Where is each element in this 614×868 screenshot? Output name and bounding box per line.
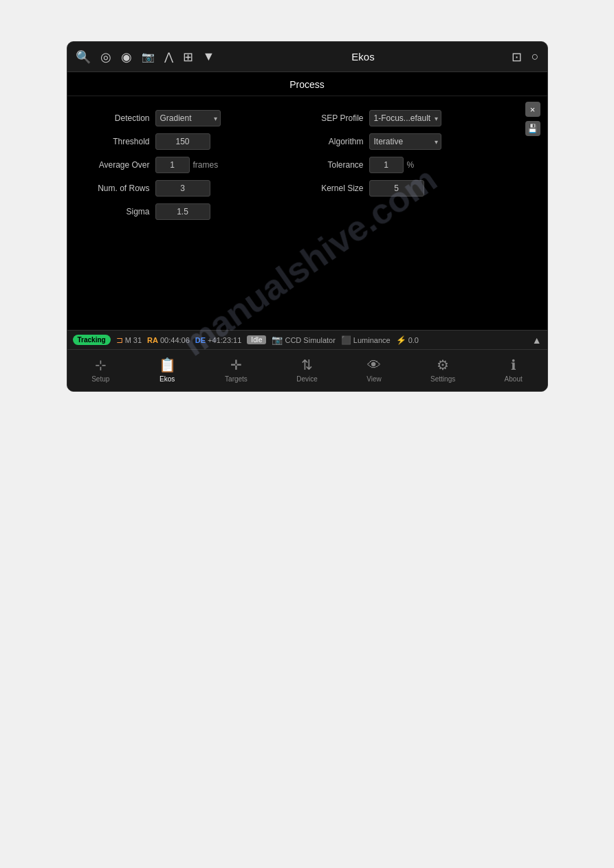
bolt-value: 0.0 xyxy=(408,336,419,344)
box-icon[interactable]: ⊞ xyxy=(183,49,193,65)
num-rows-label: Num. of Rows xyxy=(88,183,150,193)
setup-icon: ⊹ xyxy=(95,357,107,373)
app-container: 🔍 ◎ ◉ 📷 ⋀ ⊞ ▼ Ekos ⊡ ○ Process × 💾 xyxy=(67,41,548,392)
sep-profile-label: SEP Profile xyxy=(314,113,364,123)
settings-label: Settings xyxy=(430,375,455,383)
compass-icon[interactable]: ◉ xyxy=(121,49,132,65)
algorithm-select[interactable]: Iterative Linear Polynomial xyxy=(369,133,441,150)
camera-icon[interactable]: 📷 xyxy=(142,51,155,63)
tolerance-row: Tolerance % xyxy=(314,157,527,173)
form-grid: Detection Gradient SEP Centroid Threshol… xyxy=(88,107,527,220)
process-section-header: Process xyxy=(67,72,547,96)
tolerance-input[interactable] xyxy=(369,157,404,173)
ekos-icon: 📋 xyxy=(159,357,176,373)
ccd-icon: 📷 xyxy=(272,335,283,345)
form-area: × 💾 Detection Gradient SEP xyxy=(67,96,547,261)
view-label: View xyxy=(366,375,382,383)
targets-label: Targets xyxy=(225,375,248,383)
save-icon: 💾 xyxy=(527,124,538,133)
targets-icon: ✛ xyxy=(230,357,242,373)
average-over-unit: frames xyxy=(193,160,219,170)
threshold-row: Threshold xyxy=(88,133,300,150)
app-title: Ekos xyxy=(215,51,511,63)
average-over-input[interactable] xyxy=(155,157,190,173)
status-luminance: ⬛ Luminance xyxy=(341,335,391,345)
ra-prefix: RA xyxy=(147,336,158,344)
canvas-area xyxy=(67,261,547,330)
mount-icon[interactable]: ⋀ xyxy=(164,50,173,63)
tolerance-unit: % xyxy=(407,160,415,170)
nav-item-about[interactable]: ℹ About xyxy=(496,354,531,386)
nav-item-view[interactable]: 👁 View xyxy=(358,355,390,386)
device-icon: ⇅ xyxy=(301,357,313,373)
sep-profile-row: SEP Profile 1-Focus...efault xyxy=(314,110,527,126)
status-value: ⚡ 0.0 xyxy=(396,335,419,345)
status-bar: Tracking ⊐ M 31 RA 00:44:06 DE +41:23:11… xyxy=(67,330,547,349)
status-ccd: 📷 CCD Simulator xyxy=(272,335,335,345)
sep-profile-select[interactable]: 1-Focus...efault xyxy=(369,110,441,126)
sigma-input[interactable] xyxy=(155,203,210,220)
form-column-right: SEP Profile 1-Focus...efault Algorithm xyxy=(314,110,527,220)
frame-icon[interactable]: ⊡ xyxy=(512,49,522,65)
sep-profile-select-wrapper: 1-Focus...efault xyxy=(369,110,441,126)
algorithm-row: Algorithm Iterative Linear Polynomial xyxy=(314,133,527,150)
settings-icon: ⚙ xyxy=(437,357,449,373)
num-rows-row: Num. of Rows xyxy=(88,180,300,197)
device-label: Device xyxy=(296,375,318,383)
kernel-size-input[interactable] xyxy=(369,180,424,197)
main-content: Process × 💾 Detection Gradient xyxy=(67,72,547,349)
nav-item-device[interactable]: ⇅ Device xyxy=(288,354,326,386)
tracking-badge: Tracking xyxy=(73,335,111,345)
toolbar-left-icons: 🔍 ◎ ◉ 📷 ⋀ ⊞ ▼ xyxy=(76,49,215,65)
threshold-label: Threshold xyxy=(88,137,150,146)
algorithm-select-wrapper: Iterative Linear Polynomial xyxy=(369,133,441,150)
target-icon[interactable]: ◎ xyxy=(100,49,111,65)
status-ra: RA 00:44:06 xyxy=(147,336,190,344)
detection-select-wrapper: Gradient SEP Centroid xyxy=(155,110,221,126)
view-icon: 👁 xyxy=(367,357,381,373)
luminance-icon: ⬛ xyxy=(341,335,351,345)
nav-item-targets[interactable]: ✛ Targets xyxy=(217,354,256,386)
sigma-row: Sigma xyxy=(88,203,300,220)
form-column-left: Detection Gradient SEP Centroid Threshol… xyxy=(88,110,300,220)
close-button[interactable]: × xyxy=(525,102,540,117)
de-prefix: DE xyxy=(195,336,206,344)
detection-select[interactable]: Gradient SEP Centroid xyxy=(155,110,221,126)
bolt-icon: ⚡ xyxy=(396,335,406,345)
expand-button[interactable]: ▲ xyxy=(532,335,542,346)
luminance-label: Luminance xyxy=(353,336,391,344)
tolerance-label: Tolerance xyxy=(314,160,364,170)
average-over-row: Average Over frames xyxy=(88,157,300,173)
kernel-size-label: Kernel Size xyxy=(314,183,364,193)
algorithm-label: Algorithm xyxy=(314,137,364,146)
kernel-size-row: Kernel Size xyxy=(314,180,527,197)
num-rows-input[interactable] xyxy=(155,180,210,197)
m31-icon: ⊐ xyxy=(116,335,123,345)
about-icon: ℹ xyxy=(511,357,516,373)
setup-label: Setup xyxy=(91,375,109,383)
ra-value: 00:44:06 xyxy=(160,336,190,344)
average-over-input-group: frames xyxy=(155,157,219,173)
tolerance-input-group: % xyxy=(369,157,415,173)
ccd-label: CCD Simulator xyxy=(285,336,335,344)
de-value: +41:23:11 xyxy=(208,336,241,344)
circle-icon[interactable]: ○ xyxy=(531,49,539,64)
ekos-label: Ekos xyxy=(160,375,175,383)
threshold-input[interactable] xyxy=(155,133,210,150)
nav-item-setup[interactable]: ⊹ Setup xyxy=(83,354,118,386)
toolbar-right-icons: ⊡ ○ xyxy=(512,49,539,65)
average-over-label: Average Over xyxy=(88,160,150,170)
detection-label: Detection xyxy=(88,113,150,123)
m31-value: M 31 xyxy=(125,336,142,344)
about-label: About xyxy=(505,375,523,383)
top-toolbar: 🔍 ◎ ◉ 📷 ⋀ ⊞ ▼ Ekos ⊡ ○ xyxy=(67,42,547,72)
filter-icon[interactable]: ▼ xyxy=(203,49,215,64)
detection-row: Detection Gradient SEP Centroid xyxy=(88,110,300,126)
bottom-nav: ⊹ Setup 📋 Ekos ✛ Targets ⇅ Device 👁 View… xyxy=(67,349,547,391)
status-de: DE +41:23:11 xyxy=(195,336,242,344)
save-button[interactable]: 💾 xyxy=(525,121,540,136)
nav-item-ekos[interactable]: 📋 Ekos xyxy=(151,354,184,386)
nav-item-settings[interactable]: ⚙ Settings xyxy=(422,354,463,386)
search-icon[interactable]: 🔍 xyxy=(76,49,91,65)
status-m31: ⊐ M 31 xyxy=(116,335,142,345)
